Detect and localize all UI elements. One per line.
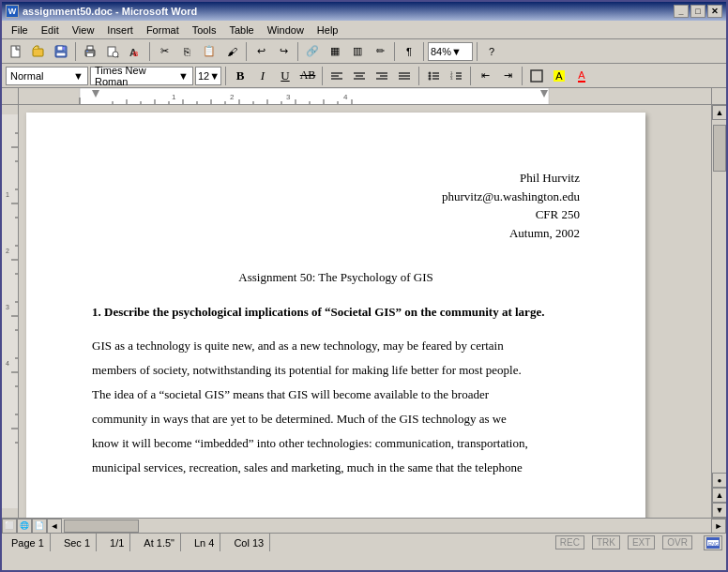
author-email: phurvitz@u.washington.edu (92, 188, 580, 206)
menu-window[interactable]: Window (262, 23, 310, 38)
paragraph-2: members of society, notwithstanding its … (92, 358, 580, 383)
close-button[interactable]: ✕ (707, 5, 722, 18)
menu-view[interactable]: View (67, 23, 100, 38)
justify-button[interactable] (394, 66, 415, 86)
scroll-track-vertical[interactable] (712, 120, 726, 473)
show-hide-button[interactable]: ¶ (399, 41, 419, 62)
scroll-right-button[interactable]: ► (711, 519, 726, 534)
insert-table-button[interactable]: ▦ (325, 41, 345, 62)
menu-file[interactable]: File (6, 23, 34, 38)
decrease-indent-button[interactable]: ⇤ (475, 66, 495, 86)
ruler-right-corner (711, 88, 726, 105)
help-button[interactable]: ? (481, 41, 502, 62)
zoom-dropdown[interactable]: 84% ▼ (428, 42, 473, 61)
scroll-up-button[interactable]: ▲ (712, 105, 727, 120)
minimize-button[interactable]: _ (674, 5, 689, 18)
maximize-button[interactable]: □ (690, 5, 705, 18)
menu-table[interactable]: Table (223, 23, 259, 38)
scroll-thumb-vertical[interactable] (713, 125, 726, 172)
document-page: Phil Hurvitz phurvitz@u.washington.edu C… (26, 113, 645, 518)
title-bar-text: assignment50.doc - Microsoft Word (23, 6, 197, 17)
scroll-thumb-horizontal[interactable] (64, 519, 139, 533)
italic-button[interactable]: I (252, 66, 273, 86)
paragraph-3: The idea of a “societal GIS” means that … (92, 383, 580, 407)
vertical-ruler: 1 2 3 4 (2, 105, 19, 518)
svg-text:2: 2 (230, 93, 235, 101)
doc-header: Phil Hurvitz phurvitz@u.washington.edu C… (92, 169, 580, 242)
title-bar-left: W assignment50.doc - Microsoft Word (6, 5, 197, 18)
format-painter-button[interactable]: 🖌 (221, 41, 242, 62)
svg-point-28 (429, 74, 432, 77)
highlight-button[interactable]: A (549, 66, 569, 86)
print-button[interactable] (80, 41, 100, 62)
cut-button[interactable]: ✂ (154, 41, 174, 62)
increase-indent-button[interactable]: ⇥ (497, 66, 518, 86)
svg-text:3: 3 (286, 93, 291, 101)
svg-rect-9 (86, 51, 88, 52)
insert-columns-button[interactable]: ▥ (347, 41, 368, 62)
align-right-button[interactable] (372, 66, 392, 86)
open-button[interactable] (28, 41, 49, 62)
scroll-left-button[interactable]: ◄ (47, 519, 62, 534)
standard-toolbar: AB ✂ ⎘ 📋 🖌 ↩ ↪ 🔗 ▦ ▥ ✏ ¶ 84% ▼ ? (2, 39, 726, 64)
svg-text:1: 1 (172, 93, 176, 101)
svg-text:2: 2 (6, 248, 9, 254)
language-indicator[interactable]: ENG (704, 535, 722, 550)
svg-point-27 (429, 71, 432, 74)
separator2 (149, 42, 150, 61)
font-color-button[interactable]: A (571, 66, 592, 86)
copy-button[interactable]: ⎘ (176, 41, 197, 62)
print-preview-button[interactable] (102, 41, 123, 62)
underline-button[interactable]: U (275, 66, 296, 86)
svg-rect-39 (531, 70, 542, 82)
svg-rect-3 (57, 46, 63, 51)
prev-page-button[interactable]: ▲ (712, 488, 727, 503)
web-view-button[interactable]: 🌐 (17, 519, 32, 534)
menu-edit[interactable]: Edit (36, 23, 65, 38)
horizontal-scroll-track[interactable] (62, 519, 711, 533)
strikethrough-button[interactable]: AB (297, 66, 318, 86)
separator7 (477, 42, 478, 61)
svg-text:4: 4 (343, 93, 348, 101)
bullets-button[interactable] (423, 66, 444, 86)
style-dropdown[interactable]: Normal ▼ (6, 67, 88, 85)
fmt-sep4 (470, 67, 471, 85)
font-dropdown[interactable]: Times New Roman ▼ (90, 67, 193, 85)
numbering-button[interactable]: 1.2.3. (446, 66, 466, 86)
svg-rect-68 (2, 114, 19, 508)
status-rec: REC (555, 535, 584, 549)
svg-rect-41 (80, 88, 549, 105)
undo-button[interactable]: ↩ (250, 41, 271, 62)
author-name: Phil Hurvitz (92, 169, 580, 188)
save-button[interactable] (51, 41, 71, 62)
menu-tools[interactable]: Tools (187, 23, 222, 38)
fmt-sep3 (418, 67, 419, 85)
font-size-dropdown[interactable]: 12 ▼ (195, 67, 221, 85)
separator4 (297, 42, 298, 61)
vertical-scrollbar[interactable]: ▲ ● ▲ ▼ (711, 105, 726, 518)
align-center-button[interactable] (349, 66, 370, 86)
print-view-button[interactable]: 📄 (32, 519, 47, 534)
redo-button[interactable]: ↪ (273, 41, 294, 62)
menu-format[interactable]: Format (141, 23, 185, 38)
new-button[interactable] (6, 41, 26, 62)
normal-view-button[interactable]: ⬜ (2, 519, 17, 534)
menu-insert[interactable]: Insert (101, 23, 139, 38)
drawing-button[interactable]: ✏ (370, 41, 390, 62)
align-left-button[interactable] (326, 66, 347, 86)
horizontal-ruler: 1 2 3 4 (19, 88, 711, 105)
menu-help[interactable]: Help (311, 23, 344, 38)
border-button[interactable] (526, 66, 547, 86)
spell-check-button[interactable]: AB (125, 41, 145, 62)
paste-button[interactable]: 📋 (199, 41, 220, 62)
document-scroll-area[interactable]: Phil Hurvitz phurvitz@u.washington.edu C… (19, 105, 711, 518)
insert-link-button[interactable]: 🔗 (302, 41, 323, 62)
select-browse-button[interactable]: ● (712, 473, 727, 488)
style-arrow-icon: ▼ (73, 70, 83, 82)
course-id: CFR 250 (92, 205, 580, 224)
bold-button[interactable]: B (230, 66, 250, 86)
title-bar-buttons[interactable]: _ □ ✕ (674, 5, 722, 18)
word-icon: W (6, 5, 19, 18)
paragraph-1: GIS as a technology is quite new, and as… (92, 334, 580, 358)
next-page-button[interactable]: ▼ (712, 503, 727, 518)
